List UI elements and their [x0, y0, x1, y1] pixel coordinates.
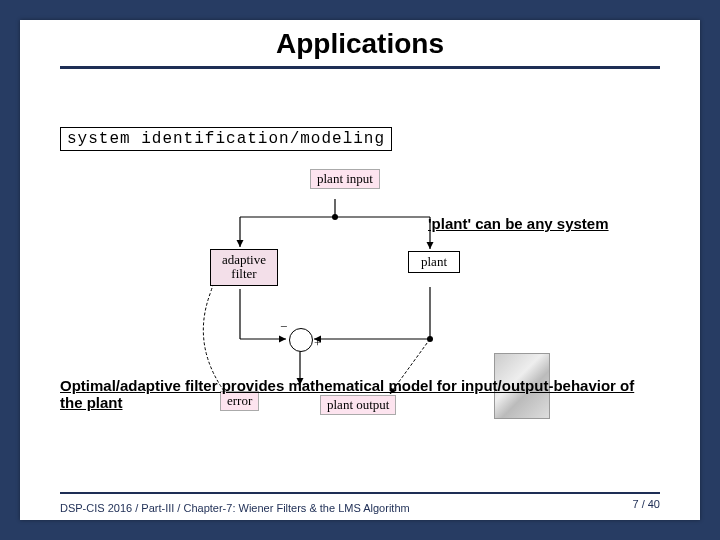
slide: Applications system identification/model…: [20, 20, 700, 520]
split-node: [332, 214, 338, 220]
footer-page-number: 7 / 40: [632, 498, 700, 510]
footer-divider: [60, 492, 660, 494]
footer-text: DSP-CIS 2016 / Part-III / Chapter-7: Wie…: [20, 502, 410, 514]
slide-title: Applications: [20, 20, 700, 60]
output-tap-node: [427, 336, 433, 342]
footer: DSP-CIS 2016 / Part-III / Chapter-7: Wie…: [20, 492, 700, 516]
sign-plus: +: [314, 335, 321, 351]
section-heading-box: system identification/modeling: [60, 127, 392, 151]
label-plant-input: plant input: [310, 169, 380, 189]
block-plant: plant: [408, 251, 460, 273]
block-adaptive-filter: adaptive filter: [210, 249, 278, 286]
summary-text: Optimal/adaptive filter provides mathema…: [60, 377, 660, 411]
summing-junction: [289, 328, 313, 352]
content-area: system identification/modeling plant inp…: [20, 69, 700, 449]
sign-minus: −: [280, 319, 287, 335]
